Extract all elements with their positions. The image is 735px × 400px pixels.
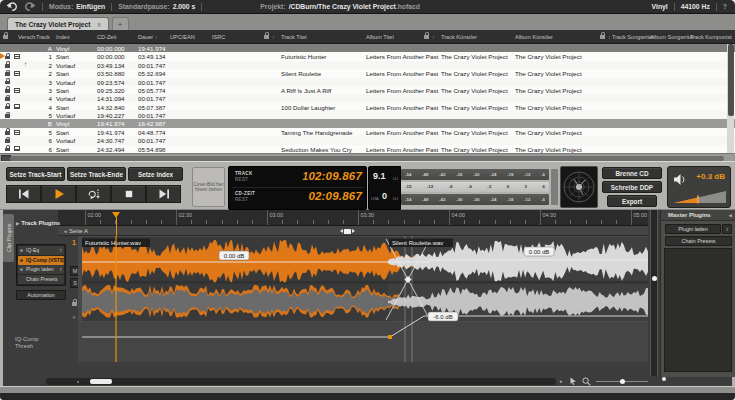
crossfade-handle[interactable]: [340, 228, 355, 234]
arrangement-canvas[interactable]: 0.00 dB0.00 dBFuturistic Hunter.wavSilen…: [78, 236, 648, 376]
new-tab-button[interactable]: +: [112, 17, 129, 30]
samplerate-value[interactable]: 44100 Hz: [681, 3, 710, 10]
volume-wedge-slider[interactable]: [674, 191, 726, 204]
plugin-power-icon[interactable]: [20, 268, 23, 271]
format-value[interactable]: Vinyl: [652, 3, 668, 10]
play-button[interactable]: [41, 185, 76, 203]
scroll-thumb[interactable]: [652, 276, 657, 281]
sort-icon[interactable]: ↕: [272, 34, 275, 40]
automation-button[interactable]: Automation: [16, 290, 66, 300]
arrange-vertical-scrollbar[interactable]: [650, 210, 658, 376]
row-lock-icon[interactable]: [5, 72, 10, 76]
master-plugin-chain-area[interactable]: [664, 248, 732, 372]
plugin-updown-icon[interactable]: ↕: [60, 246, 63, 255]
monitor-volume-panel[interactable]: +0.3 dB: [667, 166, 731, 208]
sort-icon[interactable]: ↕: [722, 34, 725, 40]
table-horizontal-scrollbar[interactable]: [0, 153, 735, 161]
scroll-thumb[interactable]: [728, 44, 734, 116]
time-display[interactable]: TRACK REST 1 02:09.867 CD-ZEIT REST 02:0…: [228, 166, 367, 210]
track-lock-icon[interactable]: [72, 302, 77, 306]
master-plugin-load-button[interactable]: Plugin laden: [665, 224, 721, 234]
column-header-index[interactable]: Index: [56, 34, 70, 40]
write-ddp-button[interactable]: Schreibe DDP: [602, 181, 662, 193]
pause-value[interactable]: 2.000 s: [173, 3, 196, 10]
track-plugins-header[interactable]: ▶ Track Plugins: [16, 220, 60, 226]
plugin-slot-iq-eq[interactable]: IQ-Eq↕: [18, 246, 64, 255]
plugin-updown-icon[interactable]: ↕: [722, 224, 732, 234]
plugin-slot-chain-presets[interactable]: Chain Presets: [18, 275, 64, 284]
help-button[interactable]: ?: [723, 3, 727, 10]
column-header-track-songwriter[interactable]: Track Songwriter: [612, 34, 654, 40]
scroll-thumb[interactable]: [10, 156, 724, 161]
column-header-isrc[interactable]: ISRC: [212, 34, 225, 40]
set-track-start-button[interactable]: Setze Track-Start: [6, 167, 65, 181]
plugin-updown-icon[interactable]: ↕: [60, 256, 63, 265]
row-lock-icon[interactable]: [5, 106, 10, 110]
modus-value[interactable]: Einfügen: [76, 3, 105, 10]
skip-forward-button[interactable]: [146, 185, 181, 203]
track-plugins-title: Track Plugins: [21, 220, 60, 226]
move-up-icon[interactable]: ↑: [24, 61, 27, 67]
meter-mode-strip[interactable]: [551, 169, 558, 205]
column-header-cd-zeit[interactable]: CD-Zeit: [97, 34, 116, 40]
project-tab[interactable]: The Crazy Violet Project x: [7, 17, 109, 30]
column-header-dauer[interactable]: Dauer: [138, 34, 153, 40]
set-index-button[interactable]: Setze Index: [128, 167, 183, 181]
table-vertical-scrollbar[interactable]: [727, 44, 734, 153]
loop-and-marker-button[interactable]: [76, 185, 111, 203]
cover-art-dropzone[interactable]: Cover-Bild hier hinein ziehen: [192, 167, 225, 207]
sort-icon[interactable]: ↕: [432, 34, 435, 40]
plugin-updown-icon[interactable]: ↕: [60, 265, 63, 274]
column-header-upc-ean[interactable]: UPC/EAN: [170, 34, 195, 40]
sort-icon[interactable]: ↕: [155, 34, 158, 40]
master-chain-presets-button[interactable]: Chain Presets: [665, 236, 732, 246]
plugin-slot-plugin-laden[interactable]: Plugin laden↕: [18, 265, 64, 274]
magnifier-icon[interactable]: [582, 377, 591, 386]
column-header-track-titel[interactable]: Track Titel: [281, 34, 307, 40]
row-lock-icon[interactable]: [5, 131, 10, 135]
zoom-slider-knob[interactable]: [620, 379, 625, 384]
row-lock-icon[interactable]: [5, 148, 10, 152]
row-lock-icon[interactable]: [5, 89, 10, 93]
table-row[interactable]: 6Start24:32.49405:54.898Seduction Makes …: [0, 145, 735, 153]
row-lock-icon[interactable]: [5, 139, 10, 143]
column-header-versch-[interactable]: Versch.: [18, 34, 37, 40]
burn-cd-button[interactable]: Brenne CD: [602, 167, 662, 179]
row-lock-icon[interactable]: [5, 64, 10, 68]
project-dir: /CDBurn/: [289, 3, 318, 10]
add-lane-button[interactable]: +: [72, 314, 76, 321]
resize-handle[interactable]: [662, 377, 666, 381]
column-header-track-k-nstler[interactable]: Track Künstler: [441, 34, 477, 40]
pointer-icon[interactable]: [570, 377, 577, 385]
row-lock-icon[interactable]: [5, 81, 10, 85]
timeline-ruler[interactable]: 02:0002:3003:0003:3004:0004:3005:00: [58, 210, 648, 226]
tab-close-icon[interactable]: x: [97, 21, 100, 28]
column-header-track-komponist[interactable]: Track Komponist: [690, 34, 732, 40]
column-header-album-songwriter[interactable]: Album Songwriter: [650, 34, 694, 40]
arrange-horizontal-scrollbar[interactable]: [46, 378, 556, 385]
scroll-thumb[interactable]: [90, 379, 112, 384]
sort-icon[interactable]: ↕: [608, 34, 611, 40]
plugin-slot-iq-comp-vst3-[interactable]: IQ-Comp (VST3)↕: [18, 256, 64, 265]
master-plugins-header[interactable]: Master Plugins ◀: [661, 210, 735, 221]
cell-track_artist: The Crazy Violet Project: [441, 87, 513, 94]
redo-icon[interactable]: [23, 1, 36, 12]
undo-icon[interactable]: [6, 1, 19, 12]
track-table[interactable]: AVinyl00:00.00019:41.9741Start00:00.0000…: [0, 44, 735, 153]
collapse-icon[interactable]: ◀: [729, 213, 732, 218]
column-header-album-k-nstler[interactable]: Album Künstler: [515, 34, 553, 40]
play-cursor-icon[interactable]: ▸: [560, 378, 563, 384]
row-lock-icon[interactable]: [5, 56, 10, 60]
plugin-power-icon[interactable]: [20, 249, 23, 252]
export-button[interactable]: Export: [607, 195, 657, 207]
row-lock-icon[interactable]: [5, 114, 10, 118]
column-header-track[interactable]: Track: [36, 34, 50, 40]
skip-back-button[interactable]: [6, 185, 41, 203]
row-lock-icon[interactable]: [5, 97, 10, 101]
column-header-album-titel[interactable]: Album Titel: [366, 34, 394, 40]
set-track-end-button[interactable]: Setze Track-Ende: [67, 167, 126, 181]
zoom-controls[interactable]: ▸: [558, 376, 650, 386]
stop-button[interactable]: [111, 185, 146, 203]
clip-plugins-tab[interactable]: Clip Plugins: [3, 214, 14, 262]
plugin-power-icon[interactable]: [20, 259, 23, 262]
